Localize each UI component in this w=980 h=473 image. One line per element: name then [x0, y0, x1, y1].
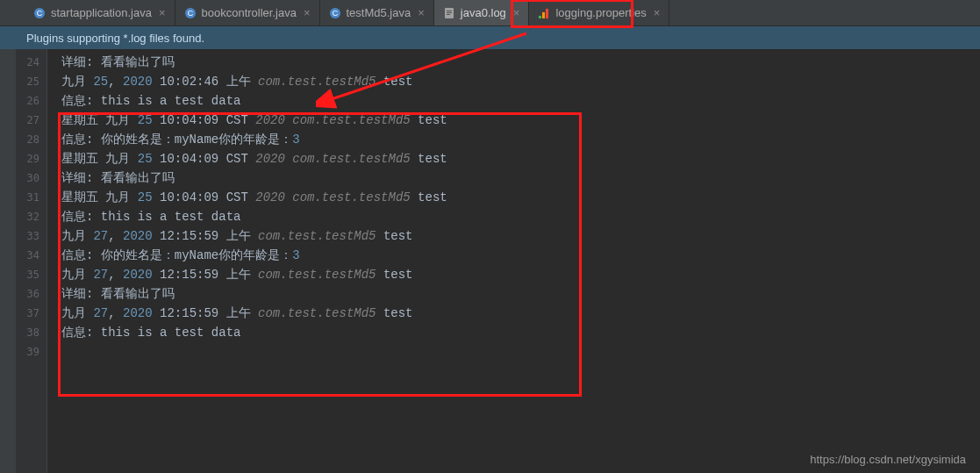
code-line: 详细: 看看输出了吗	[61, 284, 980, 304]
code-line: 信息: this is a test data	[61, 207, 980, 226]
svg-rect-9	[447, 14, 450, 15]
svg-text:C: C	[332, 9, 338, 18]
code-line: 星期五 九月 25 10:04:09 CST 2020 com.test.tes…	[61, 188, 980, 207]
line-number: 28	[23, 130, 39, 149]
notification-bar[interactable]: Plugins supporting *.log files found.	[0, 26, 980, 49]
code-line: 九月 25, 2020 10:02:46 上午 com.test.testMd5…	[61, 72, 980, 91]
svg-rect-12	[546, 9, 548, 18]
code-line: 详细: 看看输出了吗	[61, 53, 980, 72]
code-line: 详细: 看看输出了吗	[61, 168, 980, 188]
close-icon[interactable]: ×	[159, 6, 166, 19]
svg-rect-7	[447, 11, 452, 11]
code-line: 星期五 九月 25 10:04:09 CST 2020 com.test.tes…	[61, 149, 980, 168]
code-line: 信息: 你的姓名是：myName你的年龄是：3	[61, 130, 980, 149]
line-number: 30	[23, 168, 39, 188]
watermark: https://blog.csdn.net/xgysimida	[810, 453, 966, 466]
tab-label: bookcontroller.java	[202, 6, 297, 19]
line-number: 24	[23, 53, 39, 72]
svg-rect-10	[539, 16, 541, 18]
line-number: 36	[23, 284, 39, 304]
line-number: 39	[23, 342, 39, 362]
line-gutter: 24252627282930313233343536373839	[16, 49, 47, 473]
tab-label: logging.properties	[555, 6, 646, 19]
code-line: 九月 27, 2020 12:15:59 上午 com.test.testMd5…	[61, 265, 980, 284]
line-number: 34	[23, 246, 39, 265]
svg-text:C: C	[37, 9, 43, 18]
properties-icon	[538, 7, 550, 19]
code-line: 信息: 你的姓名是：myName你的年龄是：3	[61, 246, 980, 265]
line-number: 33	[23, 226, 39, 246]
code-line	[61, 342, 980, 362]
line-number: 37	[23, 304, 39, 323]
tab-java0-log[interactable]: java0.log×	[434, 0, 530, 25]
java-class-icon: C	[329, 7, 341, 19]
code-area[interactable]: 详细: 看看输出了吗九月 25, 2020 10:02:46 上午 com.te…	[47, 49, 980, 473]
line-number: 25	[23, 72, 39, 91]
tab-startapplication-java[interactable]: Cstartapplication.java×	[25, 0, 175, 25]
close-icon[interactable]: ×	[304, 6, 311, 19]
editor: 24252627282930313233343536373839 详细: 看看输…	[0, 49, 980, 473]
line-number: 35	[23, 265, 39, 284]
code-line: 信息: this is a test data	[61, 91, 980, 111]
code-line: 星期五 九月 25 10:04:09 CST 2020 com.test.tes…	[61, 111, 980, 130]
code-line: 九月 27, 2020 12:15:59 上午 com.test.testMd5…	[61, 226, 980, 246]
java-class-icon: C	[33, 7, 46, 19]
close-icon[interactable]: ×	[513, 6, 520, 19]
tab-label: java0.log	[461, 6, 506, 19]
tab-label: startapplication.java	[51, 6, 152, 19]
code-line: 信息: this is a test data	[61, 323, 980, 342]
line-number: 38	[23, 323, 39, 342]
tab-label: testMd5.java	[347, 6, 411, 19]
svg-rect-11	[542, 12, 545, 18]
line-number: 32	[23, 207, 39, 226]
line-number: 26	[23, 91, 39, 111]
editor-tabs: Cstartapplication.java×Cbookcontroller.j…	[0, 0, 980, 26]
code-line: 九月 27, 2020 12:15:59 上午 com.test.testMd5…	[61, 304, 980, 323]
left-margin	[0, 49, 16, 473]
close-icon[interactable]: ×	[418, 6, 425, 19]
log-icon	[443, 7, 455, 19]
tab-bookcontroller-java[interactable]: Cbookcontroller.java×	[175, 0, 320, 25]
java-class-icon: C	[184, 7, 197, 19]
tab-logging-properties[interactable]: logging.properties×	[529, 0, 669, 25]
close-icon[interactable]: ×	[654, 6, 661, 19]
tab-testMd5-java[interactable]: CtestMd5.java×	[320, 0, 434, 25]
svg-text:C: C	[187, 9, 193, 18]
line-number: 29	[23, 149, 39, 168]
line-number: 31	[23, 188, 39, 207]
line-number: 27	[23, 111, 39, 130]
svg-rect-8	[447, 12, 452, 13]
